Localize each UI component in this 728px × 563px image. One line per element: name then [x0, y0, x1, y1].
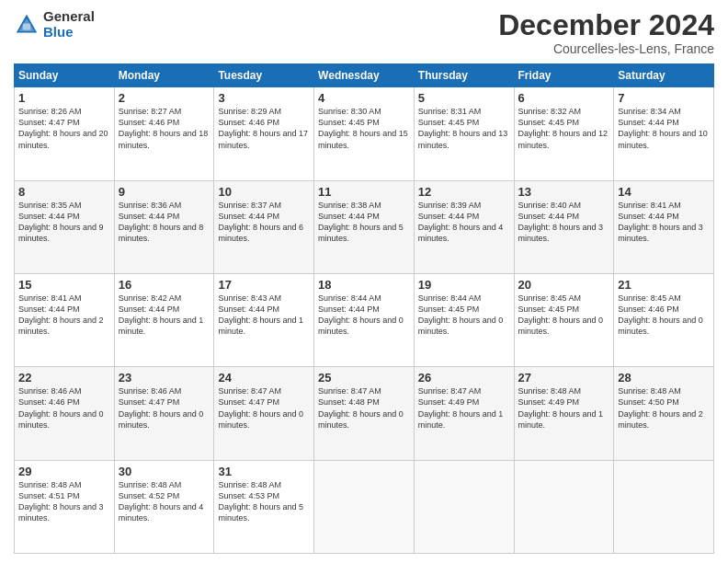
day-number: 17 [218, 278, 310, 292]
day-number: 29 [18, 465, 110, 478]
calendar-cell: 9 Sunrise: 8:36 AMSunset: 4:44 PMDayligh… [114, 180, 214, 273]
calendar-week-5: 29 Sunrise: 8:48 AMSunset: 4:51 PMDaylig… [15, 460, 714, 553]
calendar-cell [314, 460, 415, 553]
calendar-cell: 19 Sunrise: 8:44 AMSunset: 4:45 PMDaylig… [414, 273, 514, 366]
day-number: 30 [119, 465, 210, 478]
day-info: Sunrise: 8:32 AMSunset: 4:45 PMDaylight:… [518, 107, 609, 149]
day-info: Sunrise: 8:43 AMSunset: 4:44 PMDaylight:… [218, 293, 303, 336]
calendar-cell: 16 Sunrise: 8:42 AMSunset: 4:44 PMDaylig… [114, 273, 214, 366]
day-number: 18 [318, 278, 410, 292]
day-info: Sunrise: 8:41 AMSunset: 4:44 PMDaylight:… [618, 201, 703, 243]
calendar-week-2: 8 Sunrise: 8:35 AMSunset: 4:44 PMDayligh… [15, 180, 714, 273]
day-info: Sunrise: 8:47 AMSunset: 4:48 PMDaylight:… [318, 386, 404, 429]
calendar: Sunday Monday Tuesday Wednesday Thursday… [14, 63, 714, 554]
day-number: 25 [318, 371, 410, 385]
day-number: 7 [618, 91, 710, 105]
calendar-cell: 6 Sunrise: 8:32 AMSunset: 4:45 PMDayligh… [514, 87, 614, 180]
day-number: 12 [418, 185, 510, 199]
logo-general-text: General [43, 9, 95, 25]
calendar-week-1: 1 Sunrise: 8:26 AMSunset: 4:47 PMDayligh… [15, 87, 714, 180]
header-friday: Friday [514, 64, 614, 87]
day-info: Sunrise: 8:45 AMSunset: 4:46 PMDaylight:… [618, 293, 703, 336]
calendar-cell: 3 Sunrise: 8:29 AMSunset: 4:46 PMDayligh… [214, 87, 314, 180]
day-number: 4 [318, 91, 410, 105]
calendar-cell: 22 Sunrise: 8:46 AMSunset: 4:46 PMDaylig… [15, 367, 115, 460]
header-monday: Monday [114, 64, 214, 87]
calendar-cell: 4 Sunrise: 8:30 AMSunset: 4:45 PMDayligh… [314, 87, 415, 180]
calendar-cell: 23 Sunrise: 8:46 AMSunset: 4:47 PMDaylig… [114, 367, 214, 460]
day-number: 9 [119, 185, 210, 199]
calendar-cell: 5 Sunrise: 8:31 AMSunset: 4:45 PMDayligh… [414, 87, 514, 180]
day-number: 23 [119, 371, 210, 385]
day-info: Sunrise: 8:48 AMSunset: 4:52 PMDaylight:… [119, 480, 204, 523]
calendar-week-4: 22 Sunrise: 8:46 AMSunset: 4:46 PMDaylig… [15, 367, 714, 460]
day-info: Sunrise: 8:39 AMSunset: 4:44 PMDaylight:… [418, 201, 504, 243]
day-info: Sunrise: 8:37 AMSunset: 4:44 PMDaylight:… [218, 201, 303, 243]
day-info: Sunrise: 8:34 AMSunset: 4:44 PMDaylight:… [618, 107, 708, 149]
calendar-cell: 20 Sunrise: 8:45 AMSunset: 4:45 PMDaylig… [514, 273, 614, 366]
calendar-cell [514, 460, 614, 553]
calendar-cell: 18 Sunrise: 8:44 AMSunset: 4:44 PMDaylig… [314, 273, 415, 366]
day-info: Sunrise: 8:47 AMSunset: 4:47 PMDaylight:… [218, 386, 303, 429]
calendar-week-3: 15 Sunrise: 8:41 AMSunset: 4:44 PMDaylig… [15, 273, 714, 366]
day-number: 5 [418, 91, 510, 105]
day-number: 22 [18, 371, 110, 385]
location: Courcelles-les-Lens, France [498, 41, 714, 56]
day-number: 13 [518, 185, 610, 199]
logo-blue-text: Blue [43, 25, 95, 40]
calendar-cell: 29 Sunrise: 8:48 AMSunset: 4:51 PMDaylig… [15, 460, 115, 553]
day-number: 19 [418, 278, 510, 292]
day-info: Sunrise: 8:48 AMSunset: 4:51 PMDaylight:… [18, 480, 104, 523]
day-number: 6 [518, 91, 610, 105]
day-info: Sunrise: 8:46 AMSunset: 4:47 PMDaylight:… [119, 386, 204, 429]
day-info: Sunrise: 8:41 AMSunset: 4:44 PMDaylight:… [18, 293, 104, 336]
day-info: Sunrise: 8:42 AMSunset: 4:44 PMDaylight:… [119, 293, 204, 336]
day-info: Sunrise: 8:44 AMSunset: 4:45 PMDaylight:… [418, 293, 504, 336]
calendar-cell: 13 Sunrise: 8:40 AMSunset: 4:44 PMDaylig… [514, 180, 614, 273]
calendar-cell: 12 Sunrise: 8:39 AMSunset: 4:44 PMDaylig… [414, 180, 514, 273]
calendar-header-row: Sunday Monday Tuesday Wednesday Thursday… [15, 64, 714, 87]
day-number: 10 [218, 185, 310, 199]
day-number: 11 [318, 185, 410, 199]
day-info: Sunrise: 8:46 AMSunset: 4:46 PMDaylight:… [18, 386, 104, 429]
day-info: Sunrise: 8:38 AMSunset: 4:44 PMDaylight:… [318, 201, 404, 243]
day-number: 8 [18, 185, 110, 199]
calendar-cell [414, 460, 514, 553]
day-number: 21 [618, 278, 710, 292]
calendar-cell: 21 Sunrise: 8:45 AMSunset: 4:46 PMDaylig… [614, 273, 714, 366]
day-info: Sunrise: 8:30 AMSunset: 4:45 PMDaylight:… [318, 107, 408, 149]
day-number: 27 [518, 371, 610, 385]
day-number: 16 [119, 278, 210, 292]
day-info: Sunrise: 8:35 AMSunset: 4:44 PMDaylight:… [18, 201, 104, 243]
logo-icon [14, 12, 40, 38]
day-number: 31 [218, 465, 310, 478]
day-info: Sunrise: 8:44 AMSunset: 4:44 PMDaylight:… [318, 293, 404, 336]
day-info: Sunrise: 8:31 AMSunset: 4:45 PMDaylight:… [418, 107, 508, 149]
day-number: 1 [18, 91, 110, 105]
logo: General Blue [14, 9, 95, 40]
header-thursday: Thursday [414, 64, 514, 87]
svg-rect-2 [23, 23, 30, 29]
calendar-cell: 28 Sunrise: 8:48 AMSunset: 4:50 PMDaylig… [614, 367, 714, 460]
day-number: 20 [518, 278, 610, 292]
header-tuesday: Tuesday [214, 64, 314, 87]
calendar-cell: 31 Sunrise: 8:48 AMSunset: 4:53 PMDaylig… [214, 460, 314, 553]
calendar-cell: 24 Sunrise: 8:47 AMSunset: 4:47 PMDaylig… [214, 367, 314, 460]
calendar-cell: 2 Sunrise: 8:27 AMSunset: 4:46 PMDayligh… [114, 87, 214, 180]
calendar-cell: 14 Sunrise: 8:41 AMSunset: 4:44 PMDaylig… [614, 180, 714, 273]
day-number: 2 [119, 91, 210, 105]
header: General Blue December 2024 Courcelles-le… [14, 9, 714, 56]
page: General Blue December 2024 Courcelles-le… [0, 0, 728, 563]
calendar-cell: 10 Sunrise: 8:37 AMSunset: 4:44 PMDaylig… [214, 180, 314, 273]
calendar-cell [614, 460, 714, 553]
calendar-cell: 11 Sunrise: 8:38 AMSunset: 4:44 PMDaylig… [314, 180, 415, 273]
day-info: Sunrise: 8:48 AMSunset: 4:49 PMDaylight:… [518, 386, 604, 429]
calendar-cell: 1 Sunrise: 8:26 AMSunset: 4:47 PMDayligh… [15, 87, 115, 180]
day-info: Sunrise: 8:26 AMSunset: 4:47 PMDaylight:… [18, 107, 108, 149]
day-info: Sunrise: 8:29 AMSunset: 4:46 PMDaylight:… [218, 107, 308, 149]
calendar-cell: 25 Sunrise: 8:47 AMSunset: 4:48 PMDaylig… [314, 367, 415, 460]
calendar-cell: 26 Sunrise: 8:47 AMSunset: 4:49 PMDaylig… [414, 367, 514, 460]
day-info: Sunrise: 8:40 AMSunset: 4:44 PMDaylight:… [518, 201, 604, 243]
day-info: Sunrise: 8:47 AMSunset: 4:49 PMDaylight:… [418, 386, 504, 429]
logo-text: General Blue [43, 9, 95, 40]
